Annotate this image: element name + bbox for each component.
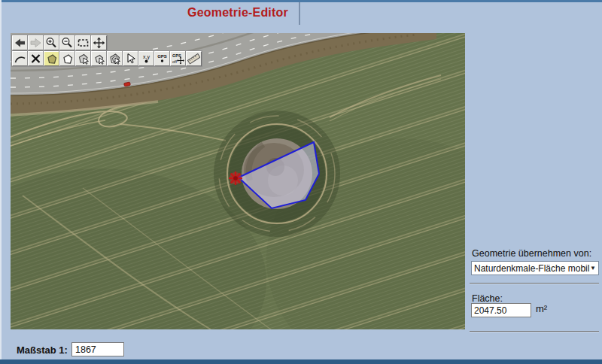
off-label: off: [172, 59, 177, 64]
new-polygon-button[interactable]: [44, 51, 59, 66]
pan-button[interactable]: [91, 35, 107, 50]
move-cross: [177, 57, 184, 65]
polygon-cursor-icon: [77, 53, 90, 65]
filled-polygon-icon: [45, 53, 58, 65]
window-bottom-bar: [0, 359, 602, 364]
ruler-icon: [187, 53, 200, 65]
gps-point-button[interactable]: GPS: [154, 51, 170, 66]
geometry-source-value: Naturdenkmale-Fläche mobil: [474, 263, 589, 274]
gps-off-move-icon: GPS off: [172, 53, 184, 65]
window-top-border: [0, 0, 602, 2]
zoom-out-button[interactable]: [59, 35, 75, 50]
scale-label: Maßstab 1:: [17, 344, 68, 356]
page-title: Geometrie-Editor: [11, 6, 465, 20]
area-field[interactable]: [471, 303, 531, 317]
toolbar-row-navigation: [12, 35, 202, 50]
geometry-source-label: Geometrie übernehmen von:: [472, 248, 599, 259]
map-toolbar: x,y GPS GPS off: [12, 35, 202, 66]
polygon-cursor-icon: [93, 53, 105, 65]
arc-segment-button[interactable]: [12, 51, 28, 66]
area-label: Fläche:: [472, 293, 503, 304]
ring-polygon-cursor-icon: [108, 53, 121, 65]
window-left-border: [0, 0, 2, 364]
geometry-source-panel: Geometrie übernehmen von: Naturdenkmale-…: [470, 248, 599, 275]
forward-button[interactable]: [28, 35, 44, 50]
measure-button[interactable]: [186, 51, 202, 66]
separator: [470, 283, 599, 284]
forward-arrow-icon: [29, 37, 42, 49]
move-polygon-button[interactable]: [91, 51, 107, 66]
zoom-box-button[interactable]: [75, 35, 91, 50]
vertex-marker[interactable]: [229, 171, 242, 185]
map-canvas[interactable]: x,y GPS GPS off: [11, 33, 465, 329]
edit-polygon-button[interactable]: [75, 51, 91, 66]
separator: [470, 331, 599, 332]
delete-button[interactable]: [28, 51, 44, 66]
zoom-out-icon: [61, 37, 74, 49]
area-unit: m²: [536, 303, 547, 314]
pan-icon: [93, 37, 105, 49]
zoom-in-icon: [45, 37, 58, 49]
zoom-in-button[interactable]: [44, 35, 59, 50]
aerial-photo[interactable]: [11, 33, 465, 329]
polygon-hole-button[interactable]: [59, 51, 75, 66]
gps-label: GPS: [157, 54, 167, 59]
zoom-box-icon: [77, 37, 90, 49]
gps-off-move-button[interactable]: GPS off: [170, 51, 186, 66]
chevron-down-icon: ▼: [590, 265, 596, 271]
xy-coordinate-button[interactable]: x,y: [138, 51, 154, 66]
pointer-button[interactable]: [123, 51, 138, 66]
scale-field[interactable]: [71, 342, 124, 356]
back-button[interactable]: [12, 35, 28, 50]
gps-point-icon: GPS: [156, 53, 169, 65]
gps-label: GPS: [172, 53, 181, 58]
x-delete-icon: [29, 53, 42, 65]
toolbar-row-editing: x,y GPS GPS off: [12, 51, 202, 66]
arc-icon: [14, 53, 26, 65]
outline-polygon-icon: [61, 53, 74, 65]
xy-label: x,y: [143, 54, 150, 60]
cursor-arrow-icon: [124, 53, 137, 65]
select-ring-polygon-button[interactable]: [107, 51, 123, 66]
back-arrow-icon: [14, 37, 26, 49]
xy-point-icon: x,y: [140, 53, 153, 65]
geometry-source-select[interactable]: Naturdenkmale-Fläche mobil ▼: [471, 261, 599, 275]
